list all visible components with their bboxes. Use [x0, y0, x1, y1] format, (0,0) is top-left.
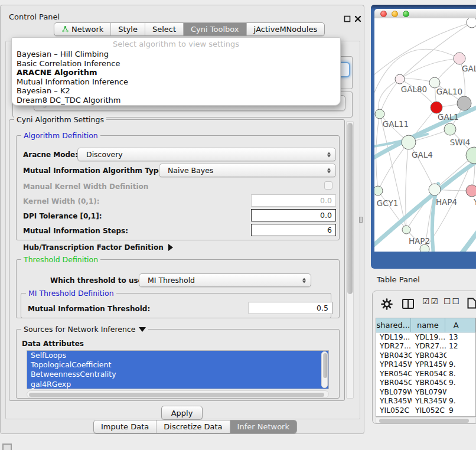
tab-label: Discretize Data — [164, 422, 222, 431]
algorithm-popup-item[interactable]: ARACNE Algorithm — [12, 68, 340, 77]
aracne-mode-combo[interactable]: Discovery — [77, 148, 336, 161]
tab-discretize-data[interactable]: Discretize Data — [157, 420, 230, 433]
panel-splitter-handle[interactable] — [359, 217, 363, 223]
table-row[interactable]: YDL19...YDL19...13 — [376, 332, 475, 342]
table-row[interactable]: YBR045CYBR045C9. — [376, 379, 475, 388]
table-row[interactable]: YER054CYER054C8. — [376, 369, 475, 379]
deselect-all-checkboxes-icon[interactable]: ☐☐ — [444, 296, 461, 306]
algorithm-popup-item[interactable]: Dream8 DC_TDC Algorithm — [12, 96, 340, 105]
apply-button[interactable]: Apply — [161, 406, 203, 420]
which-threshold-combo[interactable]: MI Threshold — [139, 273, 311, 287]
table-row[interactable]: YIL052CYIL052C9 — [376, 406, 475, 415]
node-gal11[interactable] — [375, 109, 384, 119]
select-all-checkboxes-icon[interactable]: ☑☑ — [422, 296, 439, 306]
node-hap2[interactable] — [402, 226, 410, 234]
cyni-algorithm-settings-title: Cyni Algorithm Settings — [14, 115, 106, 124]
settings-scrollbar[interactable] — [346, 121, 354, 399]
mi-algorithm-type-combo[interactable]: Naive Bayes — [159, 164, 336, 177]
float-window-icon[interactable] — [344, 14, 351, 21]
hub-definition-expander[interactable]: Hub/Transcription Factor Definition — [23, 243, 173, 252]
data-attribute-item[interactable]: BetweennessCentrality — [27, 370, 328, 379]
node[interactable] — [420, 244, 429, 252]
table-header-row: shared...nameA — [376, 318, 475, 332]
tab-style[interactable]: Style — [111, 23, 145, 35]
tab-network[interactable]: Network — [54, 23, 111, 35]
mi-steps-value: 6 — [327, 226, 332, 234]
attributes-hscrollbar-thumb[interactable] — [29, 393, 324, 397]
table-hscrollbar-thumb[interactable] — [379, 419, 469, 423]
table-cell: YLR345W — [412, 397, 446, 406]
algorithm-popup-item[interactable]: Basic Correlation Inference — [12, 59, 340, 69]
sources-title: Sources for Network Inference — [24, 325, 135, 334]
algorithm-popup-item[interactable]: Bayesian – Hill Climbing — [12, 50, 340, 59]
node-hap4[interactable] — [429, 184, 441, 195]
table-hscrollbar[interactable] — [376, 417, 476, 423]
zoom-traffic-light-icon[interactable] — [403, 11, 409, 17]
dpi-tolerance-field[interactable]: 0.0 — [251, 209, 336, 221]
node-y[interactable] — [466, 185, 476, 197]
tab-label: Select — [152, 25, 176, 34]
node[interactable] — [467, 18, 476, 28]
close-icon[interactable] — [354, 14, 361, 21]
node-label: HAP4 — [436, 197, 457, 207]
network-canvas[interactable]: GALGAL80GAL10GAL1GAL11SWI4GAL4GCY1HAP4YH… — [374, 18, 476, 252]
table-cell: 9. — [446, 379, 475, 388]
minimize-traffic-light-icon[interactable] — [392, 11, 398, 17]
dpi-tolerance-label: DPI Tolerance [0,1]: — [23, 212, 102, 220]
node-label: GCY1 — [377, 198, 399, 208]
mi-threshold-field[interactable]: 0.5 — [249, 302, 332, 314]
data-attribute-item[interactable]: gal4RGexp — [27, 380, 328, 389]
data-attribute-item[interactable]: TopologicalCoefficient — [27, 360, 328, 370]
minimized-panel-icon[interactable] — [2, 444, 12, 450]
manual-kernel-width-checkbox[interactable] — [324, 181, 332, 190]
tab-cyni-toolbox[interactable]: Cyni Toolbox — [184, 23, 247, 35]
gear-icon[interactable] — [381, 298, 393, 312]
threshold-definition-title: Threshold Definition — [21, 255, 100, 264]
screen: Control Panel NetworkStyleSelectCyni Too… — [0, 0, 476, 450]
which-threshold-label: Which threshold to use: — [50, 276, 146, 285]
settings-scrollbar-thumb[interactable] — [347, 123, 353, 294]
node[interactable] — [431, 102, 442, 113]
mi-algorithm-type-value: Naive Bayes — [168, 166, 213, 175]
data-attribute-item[interactable]: SelfLoops — [27, 351, 328, 360]
node-gal[interactable] — [454, 53, 465, 64]
table-column-header[interactable]: name — [411, 318, 445, 332]
table-row[interactable]: YPR145WYPR145W9. — [376, 360, 475, 370]
algorithm-popup-item[interactable]: Mutual Information Inference — [12, 77, 340, 87]
network-window-titlebar[interactable] — [374, 9, 476, 19]
close-traffic-light-icon[interactable] — [380, 11, 387, 17]
tab-select[interactable]: Select — [145, 23, 184, 35]
attributes-hscrollbar[interactable] — [27, 390, 329, 398]
column-view-icon[interactable] — [402, 299, 414, 309]
tab-impute-data[interactable]: Impute Data — [94, 420, 157, 433]
node-gal80[interactable] — [395, 74, 405, 84]
table-column-header[interactable]: shared... — [376, 318, 411, 332]
table-column-header[interactable]: A — [445, 318, 475, 332]
attributes-scrollbar-thumb[interactable] — [323, 353, 327, 378]
node-gcy1[interactable] — [374, 186, 383, 195]
table-row[interactable]: YDR27...YDR27...12 — [376, 342, 475, 351]
new-file-icon[interactable] — [466, 298, 476, 311]
table-row[interactable]: YBL079WYBL079W — [376, 387, 475, 397]
node-gal1[interactable] — [444, 123, 456, 135]
tab-jactivemnodules[interactable]: jActiveMNodules — [247, 23, 325, 35]
table-cell — [446, 387, 475, 397]
algorithm-popup-item[interactable]: Bayesian – K2 — [12, 86, 340, 96]
kernel-width-field[interactable]: 0.0 — [251, 194, 336, 207]
table-row[interactable]: YLR345WYLR345W9. — [376, 397, 475, 406]
which-threshold-value: MI Threshold — [148, 276, 195, 285]
data-attributes-list: SelfLoopsTopologicalCoefficientBetweenne… — [27, 350, 329, 389]
table-cell: YDL19... — [376, 332, 412, 342]
mi-steps-field[interactable]: 6 — [251, 224, 336, 236]
cyni-mode-tabbar: Impute DataDiscretize DataInfer Network — [93, 420, 297, 433]
table-cell: YBR045C — [412, 379, 446, 388]
mi-steps-label: Mutual Information Steps: — [23, 227, 128, 235]
node-gal4[interactable] — [402, 135, 416, 149]
attributes-scrollbar[interactable] — [321, 351, 328, 388]
node[interactable] — [457, 96, 471, 110]
table-row[interactable]: YBR043CYBR043C — [376, 351, 475, 360]
network-view-window[interactable]: GALGAL80GAL10GAL1GAL11SWI4GAL4GCY1HAP4YH… — [371, 5, 476, 269]
tab-infer-network[interactable]: Infer Network — [230, 420, 296, 433]
sources-title-wrap[interactable]: Sources for Network Inference — [21, 325, 148, 334]
control-panel-title: Control Panel — [9, 12, 60, 21]
